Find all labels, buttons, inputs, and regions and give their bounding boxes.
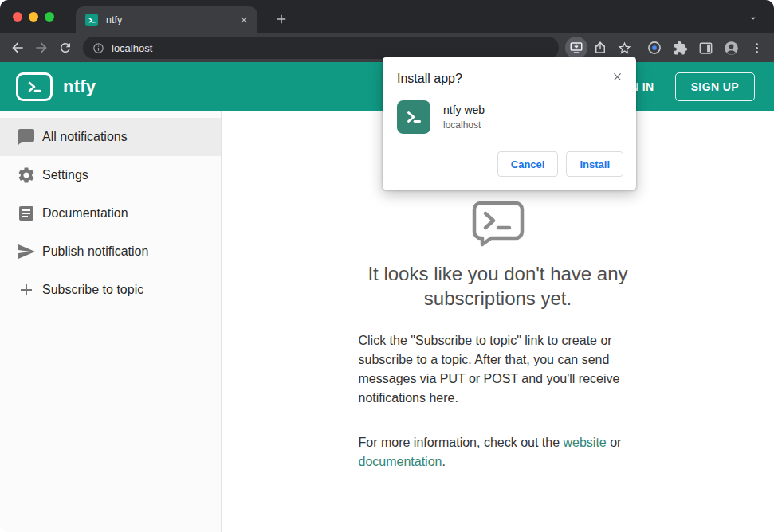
documentation-article-icon bbox=[17, 204, 36, 223]
forward-button[interactable] bbox=[30, 37, 53, 59]
browser-menu-kebab-icon[interactable] bbox=[745, 37, 768, 59]
plus-icon bbox=[17, 280, 36, 299]
sidebar: All notifications Settings Documentation… bbox=[0, 111, 222, 532]
minimize-window-button[interactable] bbox=[29, 12, 38, 22]
site-info-icon[interactable] bbox=[92, 42, 104, 54]
send-icon bbox=[17, 242, 36, 261]
new-tab-button[interactable] bbox=[272, 10, 291, 29]
extensions-puzzle-icon[interactable] bbox=[669, 37, 691, 59]
sign-up-button[interactable]: SIGN UP bbox=[675, 72, 755, 101]
profile-avatar-icon[interactable] bbox=[720, 37, 742, 59]
url-text: localhost bbox=[112, 42, 152, 54]
empty-state-terminal-bubble-icon bbox=[472, 201, 525, 247]
dialog-app-origin: localhost bbox=[443, 119, 485, 131]
website-link[interactable]: website bbox=[564, 436, 607, 449]
gear-icon bbox=[17, 166, 36, 185]
tab-search-chevron-icon[interactable] bbox=[745, 10, 761, 26]
more-info-middle: or bbox=[607, 436, 622, 449]
traffic-lights bbox=[13, 12, 54, 22]
close-window-button[interactable] bbox=[13, 12, 22, 22]
address-bar[interactable]: localhost bbox=[83, 37, 559, 59]
ntfy-app-icon bbox=[397, 100, 430, 134]
ntfy-logo-icon bbox=[16, 72, 53, 101]
documentation-link[interactable]: documentation bbox=[359, 455, 442, 468]
browser-window: ntfy localhost bbox=[0, 0, 774, 532]
sidebar-item-documentation[interactable]: Documentation bbox=[0, 194, 221, 233]
back-button[interactable] bbox=[6, 37, 29, 59]
sidebar-item-label: Publish notification bbox=[42, 244, 148, 259]
bookmark-star-icon[interactable] bbox=[613, 37, 635, 59]
sidebar-item-all-notifications[interactable]: All notifications bbox=[0, 118, 221, 156]
install-app-icon[interactable] bbox=[565, 37, 587, 59]
sidebar-item-publish-notification[interactable]: Publish notification bbox=[0, 233, 221, 271]
share-icon[interactable] bbox=[589, 37, 611, 59]
ntfy-favicon-icon bbox=[85, 14, 98, 26]
side-panel-icon[interactable] bbox=[694, 37, 717, 59]
dialog-title: Install app? bbox=[397, 72, 623, 86]
sidebar-item-settings[interactable]: Settings bbox=[0, 156, 221, 194]
chat-bubble-icon bbox=[17, 127, 36, 147]
empty-state-more: For more information, check out the webs… bbox=[359, 433, 638, 471]
sidebar-item-label: Documentation bbox=[42, 206, 128, 221]
dialog-actions: Cancel Install bbox=[397, 151, 623, 177]
install-button[interactable]: Install bbox=[566, 151, 623, 177]
dialog-close-icon[interactable] bbox=[609, 68, 625, 84]
more-info-suffix: . bbox=[442, 455, 445, 468]
extension-icon[interactable] bbox=[643, 37, 666, 59]
tab-close-icon[interactable] bbox=[237, 13, 251, 27]
reload-button[interactable] bbox=[54, 37, 77, 59]
empty-state-body: Click the "Subscribe to topic" link to c… bbox=[359, 331, 638, 408]
cancel-button[interactable]: Cancel bbox=[497, 151, 559, 177]
sidebar-item-label: Settings bbox=[42, 168, 88, 182]
toolbar-right-group bbox=[643, 37, 768, 59]
sidebar-item-label: All notifications bbox=[42, 130, 128, 144]
sidebar-item-subscribe-to-topic[interactable]: Subscribe to topic bbox=[0, 271, 221, 309]
empty-state-heading: It looks like you don't have any subscri… bbox=[339, 261, 658, 311]
browser-titlebar: ntfy bbox=[0, 0, 774, 33]
brand-title: ntfy bbox=[63, 76, 96, 97]
browser-tab[interactable]: ntfy bbox=[76, 6, 257, 33]
tab-title: ntfy bbox=[106, 14, 237, 25]
install-app-dialog: Install app? ntfy web localhost Cancel I… bbox=[383, 57, 636, 190]
sidebar-item-label: Subscribe to topic bbox=[42, 283, 143, 297]
dialog-app-row: ntfy web localhost bbox=[397, 100, 623, 134]
fullscreen-window-button[interactable] bbox=[45, 12, 54, 22]
dialog-app-name: ntfy web bbox=[443, 104, 485, 116]
more-info-prefix: For more information, check out the bbox=[359, 436, 564, 449]
